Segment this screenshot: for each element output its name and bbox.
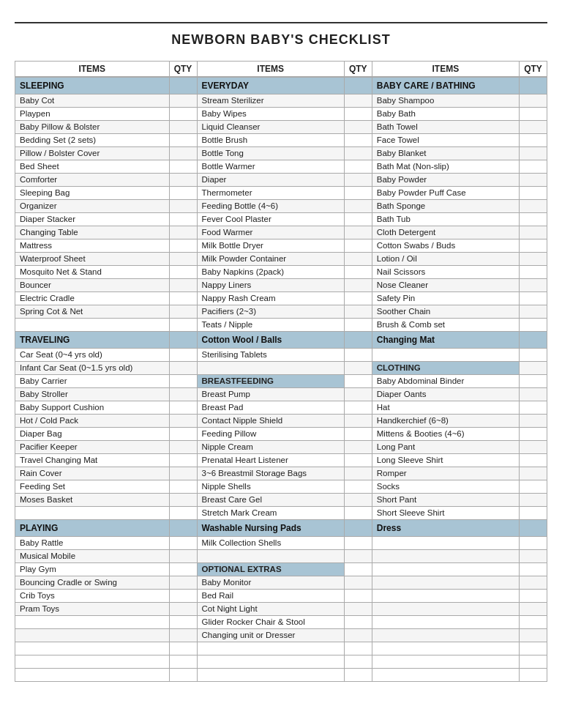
item-cell (169, 187, 197, 200)
item-cell: Nipple Cream (197, 441, 344, 454)
item-cell: 3~6 Breastmil Storage Bags (197, 467, 344, 480)
item-cell (197, 362, 344, 375)
col-header-items-2: ITEMS (197, 62, 344, 78)
col-header-qty-3: QTY (520, 62, 547, 78)
item-cell: Milk Powder Container (197, 253, 344, 266)
item-cell (372, 349, 519, 362)
item-cell (520, 94, 547, 108)
col-header-items-3: ITEMS (372, 62, 519, 78)
item-cell: Travel Changing Mat (15, 454, 170, 467)
item-cell: Nappy Rash Cream (197, 292, 344, 305)
item-cell (520, 174, 547, 187)
item-cell (344, 454, 372, 467)
item-cell: Sterilising Tablets (197, 349, 344, 362)
category-cell (344, 77, 372, 94)
item-cell: Socks (372, 480, 519, 494)
item-cell: Baby Powder Puff Case (372, 187, 519, 200)
item-cell (344, 507, 372, 520)
item-cell (15, 616, 170, 629)
item-cell: Contact Nipple Shield (197, 415, 344, 428)
item-cell: Pillow / Bolster Cover (15, 147, 170, 160)
item-cell: Baby Wipes (197, 108, 344, 121)
item-cell (169, 213, 197, 226)
item-cell (520, 590, 547, 603)
item-cell (169, 480, 197, 494)
item-cell: Teats / Nipple (197, 319, 344, 332)
item-cell (520, 576, 547, 590)
item-cell: Baby Pillow & Bolster (15, 121, 170, 134)
item-cell: Pram Toys (15, 603, 170, 616)
item-cell: Stretch Mark Cream (197, 507, 344, 520)
empty-cell (372, 655, 519, 669)
item-cell: Long Sleeve Shirt (372, 454, 519, 467)
item-cell (344, 629, 372, 642)
item-cell (520, 305, 547, 319)
item-cell (169, 563, 197, 576)
item-cell (344, 362, 372, 375)
item-cell (520, 375, 547, 388)
item-cell: Brush & Comb set (372, 319, 519, 332)
item-cell (169, 576, 197, 590)
item-cell: Baby Monitor (197, 576, 344, 590)
item-cell (344, 292, 372, 305)
item-cell (344, 108, 372, 121)
item-cell: Changing Table (15, 226, 170, 239)
item-cell: Musical Mobile (15, 550, 170, 563)
item-cell (344, 537, 372, 550)
item-cell: Face Towel (372, 134, 519, 147)
item-cell (520, 121, 547, 134)
item-cell (520, 388, 547, 401)
item-cell (169, 134, 197, 147)
item-cell (372, 576, 519, 590)
item-cell: Liquid Cleanser (197, 121, 344, 134)
item-cell: Spring Cot & Net (15, 305, 170, 319)
item-cell: Milk Collection Shells (197, 537, 344, 550)
item-cell (169, 537, 197, 550)
category-cell (344, 520, 372, 537)
item-cell: Food Warmer (197, 226, 344, 239)
item-cell (520, 292, 547, 305)
item-cell: Playpen (15, 108, 170, 121)
item-cell: Lotion / Oil (372, 253, 519, 266)
category-cell (520, 77, 547, 94)
empty-cell (372, 642, 519, 655)
item-cell (520, 147, 547, 160)
empty-cell (15, 642, 170, 655)
category-cell: BABY CARE / BATHING (372, 77, 519, 94)
item-cell (344, 603, 372, 616)
title-divider (15, 22, 547, 23)
item-cell (372, 603, 519, 616)
category-cell (520, 520, 547, 537)
item-cell (169, 616, 197, 629)
item-cell (344, 134, 372, 147)
item-cell (344, 226, 372, 239)
item-cell (169, 401, 197, 415)
item-cell: Breast Pump (197, 388, 344, 401)
checklist-table: ITEMS QTY ITEMS QTY ITEMS QTY SLEEPINGEV… (15, 61, 547, 682)
item-cell (344, 616, 372, 629)
item-cell: Baby Support Cushion (15, 401, 170, 415)
category-cell: PLAYING (15, 520, 170, 537)
item-cell (344, 441, 372, 454)
category-cell (520, 332, 547, 349)
item-cell: Safety Pin (372, 292, 519, 305)
item-cell (169, 454, 197, 467)
item-cell (344, 550, 372, 563)
item-cell (520, 362, 547, 375)
item-cell (520, 349, 547, 362)
item-cell (344, 200, 372, 213)
item-cell (520, 108, 547, 121)
empty-cell (169, 655, 197, 669)
item-cell (169, 160, 197, 174)
item-cell (169, 319, 197, 332)
category-cell: SLEEPING (15, 77, 170, 94)
item-cell (169, 507, 197, 520)
item-cell: OPTIONAL EXTRAS (197, 563, 344, 576)
item-cell: Short Pant (372, 494, 519, 507)
empty-cell (197, 669, 344, 682)
item-cell: Thermometer (197, 187, 344, 200)
item-cell (169, 441, 197, 454)
item-cell (520, 507, 547, 520)
item-cell: Rain Cover (15, 467, 170, 480)
item-cell (169, 239, 197, 253)
